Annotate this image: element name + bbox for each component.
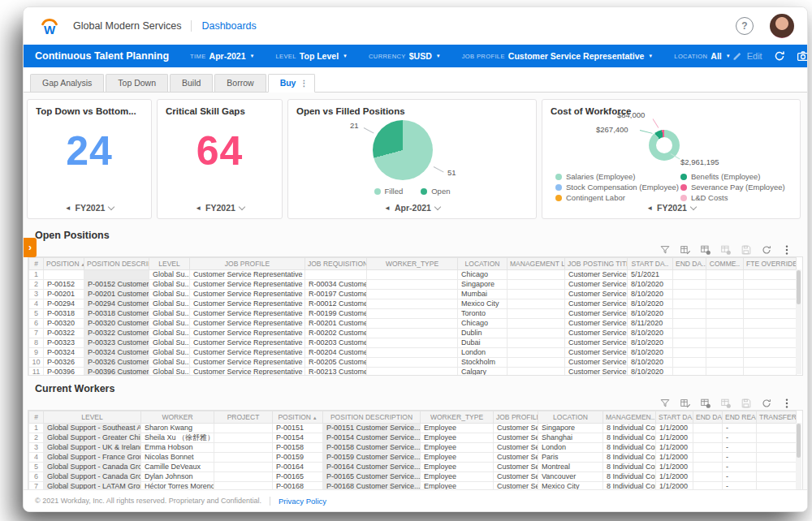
table-cell[interactable]: P-00158 Customer Service...: [323, 443, 421, 453]
table-cell[interactable]: Customer Service Representative: [190, 358, 305, 368]
column-header-managemen[interactable]: MANAGEMEN..: [603, 411, 656, 424]
table-cell[interactable]: [693, 424, 723, 433]
table-cell[interactable]: [693, 443, 723, 453]
table-cell[interactable]: P-00151 Customer Service...: [323, 424, 421, 433]
table-cell[interactable]: P-00164: [273, 463, 323, 472]
column-header-job-profile[interactable]: JOB PROFILE: [190, 258, 305, 270]
kebab-icon[interactable]: [781, 244, 793, 256]
kebab-icon[interactable]: [781, 398, 793, 409]
table-cell[interactable]: [367, 299, 458, 309]
table-cell[interactable]: P-00324: [44, 348, 84, 358]
table-cell[interactable]: Stockholm: [458, 358, 508, 368]
table-cell[interactable]: 1/1/2000: [656, 424, 693, 433]
table-cell[interactable]: Global Support - Southeast Asia Group: [44, 424, 141, 433]
table-cell[interactable]: Customer Service Rep...: [565, 348, 628, 358]
table-cell[interactable]: 1/1/2000: [656, 472, 693, 482]
table-cell[interactable]: [744, 309, 797, 319]
help-icon[interactable]: ?: [736, 17, 754, 35]
table-cell[interactable]: P-00326 Customer Service...: [84, 358, 149, 368]
table-cell[interactable]: [673, 280, 706, 290]
table-cell[interactable]: [673, 290, 706, 299]
table-cell[interactable]: [84, 270, 149, 280]
table-cell[interactable]: Toronto: [458, 309, 508, 319]
table-cell[interactable]: 8 Individual Cont...: [603, 443, 656, 453]
tab-top-down[interactable]: Top Down: [106, 74, 168, 92]
table-cell[interactable]: P-00158: [273, 443, 323, 453]
table-cell[interactable]: 8/10/2020: [628, 338, 673, 348]
edit-columns-icon[interactable]: [680, 244, 691, 256]
table-cell[interactable]: 8 Individual Cont...: [603, 433, 656, 443]
table-cell[interactable]: [744, 280, 797, 290]
table-cell[interactable]: Customer Service Representative: [190, 338, 305, 348]
period-selector[interactable]: ◄ FY2021: [158, 203, 282, 213]
table-cell[interactable]: Dubai: [458, 338, 508, 348]
table-cell[interactable]: P-00322: [44, 329, 84, 338]
table-cell[interactable]: Customer Serv...: [494, 472, 538, 482]
column-header-job-profile[interactable]: JOB PROFILE: [494, 411, 538, 424]
table-cell[interactable]: Camille DeVeaux: [141, 463, 214, 472]
filter-location[interactable]: LOCATIONAll▼: [674, 51, 730, 61]
table-cell[interactable]: Singapore: [538, 424, 603, 433]
table-cell[interactable]: P-00318 Customer Service...: [84, 309, 149, 319]
table-cell[interactable]: 8 Individual Cont...: [603, 453, 656, 463]
table-cell[interactable]: P-00151: [273, 424, 323, 433]
pie-chart[interactable]: [373, 120, 433, 180]
table-cell[interactable]: [214, 463, 273, 472]
table-cell[interactable]: Customer Service Rep...: [565, 319, 628, 329]
table-cell[interactable]: 5/1/2021: [628, 270, 673, 280]
table-cell[interactable]: [744, 338, 797, 348]
column-header-project[interactable]: PROJECT: [214, 411, 273, 424]
table-cell[interactable]: [693, 463, 723, 472]
table-cell[interactable]: [367, 338, 458, 348]
save-disabled-icon[interactable]: [741, 244, 752, 256]
table-cell[interactable]: R-00203 Customer ...: [305, 338, 367, 348]
table-cell[interactable]: R-00034 Customer ...: [305, 280, 367, 290]
filter-icon[interactable]: [659, 244, 671, 256]
table-cell[interactable]: [44, 270, 84, 280]
column-header-position-description[interactable]: POSITION DESCRIPTION: [323, 411, 421, 424]
column-header-start-da[interactable]: START DA..: [656, 411, 693, 424]
table-cell[interactable]: [693, 453, 723, 463]
table-cell[interactable]: [744, 348, 797, 358]
table-cell[interactable]: Global Su...: [149, 290, 190, 299]
table-cell[interactable]: Employee: [421, 472, 494, 482]
table-cell[interactable]: [757, 472, 797, 482]
table-cell[interactable]: [706, 309, 744, 319]
table-cell[interactable]: Customer Service Rep...: [565, 368, 628, 377]
table-cell[interactable]: [673, 309, 706, 319]
table-cell[interactable]: -: [723, 453, 757, 463]
table-cell[interactable]: [673, 319, 706, 329]
period-selector[interactable]: ◄ FY2021: [28, 203, 151, 213]
kebab-icon[interactable]: ⋮: [300, 79, 308, 88]
table-cell[interactable]: Mumbai: [458, 290, 508, 299]
table-cell[interactable]: 8/10/2020: [628, 358, 673, 368]
column-header-position[interactable]: POSITION ▲: [273, 411, 323, 424]
table-cell[interactable]: [214, 424, 273, 433]
table-cell[interactable]: [744, 270, 797, 280]
table-cell[interactable]: Customer Service Rep...: [565, 290, 628, 299]
table-settings-icon[interactable]: [700, 244, 711, 256]
table-cell[interactable]: P-00322 Customer Service...: [84, 329, 149, 338]
table-cell[interactable]: [508, 270, 565, 280]
table-cell[interactable]: Employee: [421, 443, 494, 453]
refresh-icon[interactable]: [761, 244, 772, 256]
table-cell[interactable]: Global Support - Greater China Group: [44, 433, 141, 443]
table-cell[interactable]: [508, 338, 565, 348]
table-cell[interactable]: Customer Serv...: [494, 443, 538, 453]
table-cell[interactable]: [673, 358, 706, 368]
table-cell[interactable]: [673, 270, 706, 280]
table-cell[interactable]: [508, 280, 565, 290]
edit-columns-icon[interactable]: [680, 398, 691, 409]
table-cell[interactable]: Global Su...: [149, 338, 190, 348]
table-cell[interactable]: Customer Service Representative: [190, 329, 305, 338]
table-cell[interactable]: [367, 290, 458, 299]
column-header-worker[interactable]: WORKER: [141, 411, 214, 424]
table-cell[interactable]: 8/10/2020: [628, 280, 673, 290]
table-cell[interactable]: P-00320: [44, 319, 84, 329]
table-cell[interactable]: Global Su...: [149, 329, 190, 338]
table-cell[interactable]: [214, 433, 273, 443]
table-cell[interactable]: -: [723, 463, 757, 472]
table-cell[interactable]: 8/10/2020: [628, 368, 673, 377]
column-header-position[interactable]: POSITION ▲: [44, 258, 84, 270]
table-cell[interactable]: 1/1/2000: [656, 443, 693, 453]
